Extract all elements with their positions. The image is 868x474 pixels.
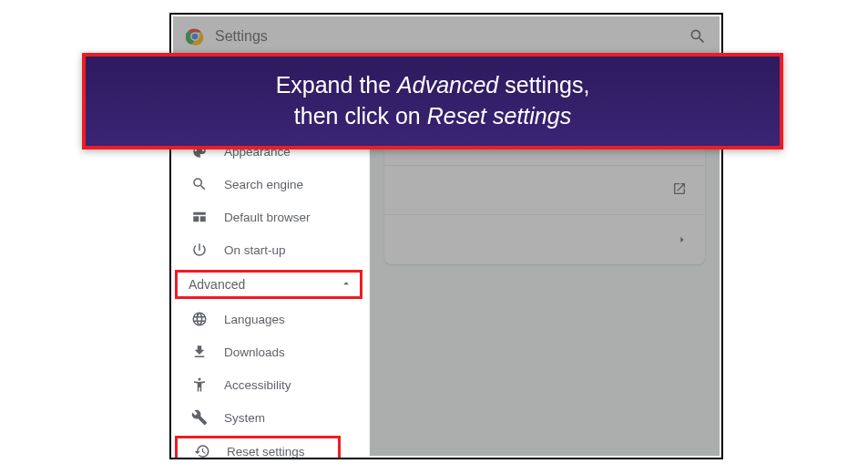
sidebar-item-label: Downloads	[224, 345, 285, 359]
sidebar-item-search-engine[interactable]: Search engine	[171, 168, 368, 201]
sidebar-item-on-startup[interactable]: On start-up	[171, 233, 368, 266]
sidebar-item-label: On start-up	[224, 243, 286, 257]
instruction-callout: Expand the Advanced settings, then click…	[82, 53, 783, 149]
reset-icon	[194, 443, 210, 459]
search-icon[interactable]	[689, 27, 707, 49]
search-icon	[191, 176, 208, 192]
external-link-icon	[672, 181, 687, 200]
sidebar-item-label: Reset settings	[227, 445, 305, 459]
wrench-icon	[191, 409, 208, 426]
sidebar-section-advanced[interactable]: Advanced	[175, 270, 363, 299]
settings-header: Settings	[171, 15, 721, 58]
sidebar-item-label: System	[224, 411, 265, 425]
advanced-label: Advanced	[189, 277, 245, 292]
card-row[interactable]	[384, 215, 705, 264]
card-row-external[interactable]	[384, 166, 705, 215]
power-icon	[191, 242, 208, 258]
sidebar-item-accessibility[interactable]: Accessibility	[171, 368, 368, 401]
sidebar-item-label: Default browser	[224, 211, 311, 224]
sidebar-item-languages[interactable]: Languages	[171, 303, 368, 335]
sidebar-item-default-browser[interactable]: Default browser	[171, 201, 368, 233]
chevron-up-icon	[340, 277, 352, 293]
sidebar-item-label: Search engine	[224, 178, 303, 191]
sidebar-item-system[interactable]: System	[171, 401, 368, 434]
sidebar-item-label: Languages	[224, 313, 285, 326]
instruction-text: Expand the Advanced settings, then click…	[276, 70, 590, 132]
sidebar-item-downloads[interactable]: Downloads	[171, 335, 368, 368]
svg-point-4	[199, 378, 201, 381]
accessibility-icon	[191, 376, 208, 393]
sidebar-item-reset-settings[interactable]: Reset settings	[175, 436, 341, 459]
download-icon	[191, 344, 208, 360]
chrome-logo-icon	[186, 27, 204, 46]
chevron-right-icon	[678, 232, 687, 248]
globe-icon	[191, 311, 208, 327]
svg-point-2	[192, 33, 199, 39]
sidebar-item-label: Accessibility	[224, 378, 291, 392]
page-title: Settings	[215, 28, 268, 45]
browser-icon	[191, 209, 208, 225]
